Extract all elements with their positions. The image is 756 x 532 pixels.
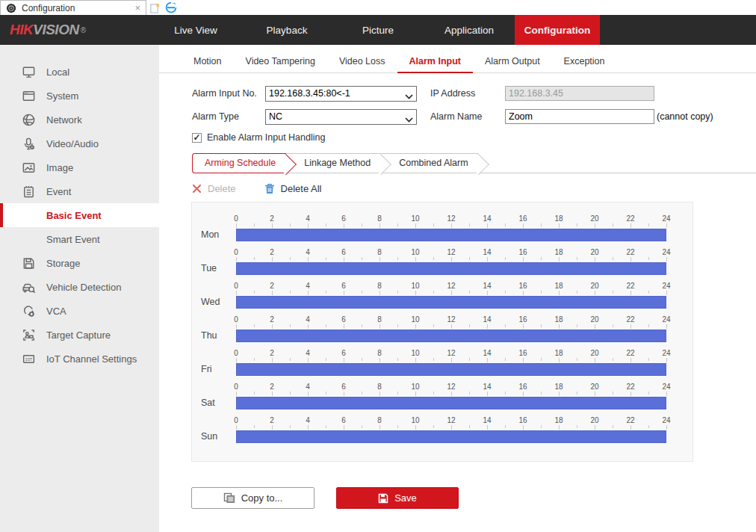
ie-browser-button[interactable] (163, 0, 179, 15)
hour-label: 4 (306, 349, 310, 357)
close-icon[interactable]: × (134, 3, 140, 13)
schedule-track-fri[interactable] (236, 363, 667, 376)
hour-label: 18 (554, 416, 563, 424)
sidebar-item-local[interactable]: Local (0, 60, 159, 84)
tab-linkage-method[interactable]: Linkage Method (286, 153, 381, 173)
no-icon (21, 208, 36, 223)
hour-label: 8 (377, 214, 382, 223)
schedule-track-sun[interactable] (236, 430, 667, 443)
hour-label: 12 (447, 214, 455, 223)
new-tab-icon (149, 2, 161, 13)
tab-video-tampering[interactable]: Video Tampering (234, 56, 327, 73)
hour-ruler (236, 223, 667, 228)
nav-configuration[interactable]: Configuration (515, 15, 600, 45)
schedule-row-wed: Wed024681012141618202224 (192, 279, 693, 313)
save-button[interactable]: Save (336, 487, 459, 509)
sidebar-item-label: VCA (46, 306, 66, 317)
schedule-row-sat: Sat024681012141618202224 (192, 380, 693, 414)
checkmark-icon: ✓ (193, 134, 200, 142)
enable-alarm-input-checkbox[interactable]: ✓ (192, 133, 202, 143)
schedule-track-wed[interactable] (236, 296, 667, 309)
alarm-name-field[interactable] (505, 109, 654, 124)
hour-ruler (236, 392, 667, 396)
hour-label: 6 (341, 315, 346, 324)
sidebar: LocalSystemNetworkVideo/AudioImageEventB… (0, 45, 159, 532)
delete-button[interactable]: Delete (192, 183, 236, 194)
hour-label: 8 (377, 349, 382, 357)
nav-picture[interactable]: Picture (332, 15, 424, 45)
schedule-bar-sat[interactable] (236, 397, 666, 409)
sidebar-item-smart-event[interactable]: Smart Event (0, 227, 159, 251)
schedule-row-tue: Tue024681012141618202224 (192, 246, 693, 279)
browser-tab[interactable]: Configuration × (0, 0, 146, 15)
hour-label: 12 (447, 248, 455, 256)
schedule-bar-thu[interactable] (236, 330, 666, 342)
schedule-bar-sun[interactable] (236, 430, 666, 443)
tab-combined-alarm[interactable]: Combined Alarm (381, 153, 478, 173)
alarm-input-no-select[interactable]: 192.168.3.45:80<-1 (265, 86, 417, 102)
tab-motion[interactable]: Motion (182, 56, 234, 73)
sidebar-item-video-audio[interactable]: Video/Audio (0, 132, 159, 155)
alarm-name-label: Alarm Name (430, 111, 505, 122)
hour-label: 6 (341, 282, 346, 290)
hour-label: 8 (377, 315, 382, 324)
hour-label: 0 (234, 282, 238, 290)
tab-alarm-output[interactable]: Alarm Output (473, 56, 552, 73)
hour-label: 14 (483, 349, 491, 357)
hour-label: 12 (447, 349, 455, 357)
hour-label: 12 (447, 416, 455, 424)
tab-alarm-input[interactable]: Alarm Input (397, 56, 473, 73)
sidebar-item-iot-channel-settings[interactable]: IOTIoT Channel Settings (0, 347, 159, 371)
copy-icon (223, 492, 235, 504)
sidebar-item-label: IoT Channel Settings (46, 353, 137, 365)
sidebar-item-network[interactable]: Network (0, 108, 159, 132)
browser-tab-bar: Configuration × (0, 0, 756, 15)
sidebar-item-storage[interactable]: Storage (0, 251, 159, 275)
hour-label: 24 (662, 214, 670, 223)
schedule-bar-mon[interactable] (236, 229, 666, 241)
hour-label: 6 (341, 383, 346, 391)
hour-label: 8 (377, 282, 382, 290)
schedule-bar-wed[interactable] (236, 296, 666, 309)
copy-to-button[interactable]: Copy to... (191, 487, 315, 509)
hour-label: 18 (554, 248, 563, 256)
new-tab-button[interactable] (146, 0, 163, 15)
hour-label: 8 (377, 416, 382, 424)
schedule-bar-fri[interactable] (236, 363, 666, 376)
sidebar-item-system[interactable]: System (0, 84, 159, 108)
alarm-type-select[interactable]: NC (265, 109, 417, 125)
hour-label: 22 (626, 214, 634, 223)
schedule-bar-tue[interactable] (236, 262, 666, 275)
sidebar-item-label: Basic Event (46, 210, 102, 221)
schedule-track-tue[interactable] (236, 262, 667, 275)
alarm-type-label: Alarm Type (192, 111, 265, 122)
hour-label: 2 (270, 248, 274, 256)
delete-all-button[interactable]: Delete All (264, 183, 322, 194)
schedule-track-thu[interactable] (236, 330, 667, 342)
nav-live-view[interactable]: Live View (150, 15, 241, 45)
sidebar-item-basic-event[interactable]: Basic Event (0, 203, 159, 227)
sidebar-item-vca[interactable]: VCA (0, 299, 159, 323)
tab-video-loss[interactable]: Video Loss (327, 56, 397, 73)
event-icon (21, 184, 36, 199)
copy-to-button-label: Copy to... (241, 492, 283, 504)
tab-exception[interactable]: Exception (552, 56, 617, 73)
schedule-track-mon[interactable] (236, 229, 667, 241)
sidebar-item-target-capture[interactable]: Target Capture (0, 323, 159, 347)
hour-label: 18 (554, 282, 563, 290)
vehicle-detection-icon (21, 279, 36, 294)
hour-label: 12 (447, 315, 455, 324)
delete-all-button-label: Delete All (281, 183, 322, 194)
sidebar-item-vehicle-detection[interactable]: Vehicle Detection (0, 275, 159, 299)
hour-label: 4 (306, 383, 310, 391)
tab-arming-schedule[interactable]: Arming Schedule (192, 153, 286, 173)
sidebar-item-image[interactable]: Image (0, 155, 159, 179)
nav-playback[interactable]: Playback (241, 15, 332, 45)
schedule-row-mon: Mon024681012141618202224 (192, 212, 693, 246)
sidebar-item-event[interactable]: Event (0, 179, 159, 203)
sidebar-item-label: Target Capture (46, 330, 111, 341)
schedule-track-sat[interactable] (236, 397, 667, 409)
nav-application[interactable]: Application (424, 15, 515, 45)
alarm-input-form: Alarm Input No. 192.168.3.45:80<-1 IP Ad… (159, 73, 756, 143)
hour-label: 4 (306, 214, 310, 223)
